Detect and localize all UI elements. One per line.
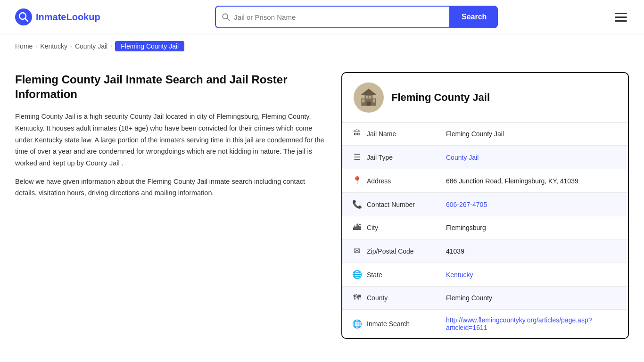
breadcrumb-current: Fleming County Jail: [115, 41, 184, 51]
zip-icon: ✉: [352, 246, 362, 256]
value-cell[interactable]: http://www.flemingcountyky.org/articles/…: [437, 310, 628, 338]
value-link[interactable]: Kentucky: [446, 271, 473, 279]
card-header: Fleming County Jail: [342, 73, 628, 123]
label-text: State: [367, 271, 382, 279]
menu-button[interactable]: [613, 11, 629, 24]
table-row: 🌐Inmate Searchhttp://www.flemingcountyky…: [342, 310, 628, 338]
value-cell: Fleming County: [437, 287, 628, 310]
site-logo[interactable]: InmateLookup: [15, 8, 100, 25]
table-row: 📍Address686 Junction Road, Flemingsburg,…: [342, 169, 628, 193]
value-link[interactable]: 606-267-4705: [446, 201, 487, 208]
breadcrumb-kentucky[interactable]: Kentucky: [40, 42, 67, 50]
table-row: ☰Jail TypeCounty Jail: [342, 146, 628, 169]
card-title: Fleming County Jail: [391, 91, 490, 104]
value-cell: Fleming County Jail: [437, 123, 628, 146]
description-paragraph-1: Fleming County Jail is a high security C…: [15, 111, 326, 169]
svg-point-2: [223, 14, 228, 19]
value-cell[interactable]: County Jail: [437, 146, 628, 169]
svg-rect-10: [373, 99, 375, 102]
table-row: ✉Zip/Postal Code41039: [342, 239, 628, 263]
chevron-icon: ›: [110, 43, 112, 49]
value-cell: 41039: [437, 239, 628, 263]
value-cell: Flemingsburg: [437, 216, 628, 239]
page-heading: Fleming County Jail Inmate Search and Ja…: [15, 72, 326, 101]
value-cell[interactable]: Kentucky: [437, 263, 628, 287]
label-text: Jail Name: [367, 130, 396, 138]
info-table: 🏛Jail NameFleming County Jail☰Jail TypeC…: [342, 123, 628, 338]
logo-icon: [15, 8, 32, 25]
county-icon: 🗺: [352, 293, 362, 303]
label-text: Address: [367, 177, 391, 185]
chevron-icon: ›: [35, 43, 37, 49]
table-row: 📞Contact Number606-267-4705: [342, 193, 628, 216]
logo-text: InmateLookup: [36, 12, 100, 23]
phone-icon: 📞: [352, 199, 362, 209]
value-link[interactable]: County Jail: [446, 154, 479, 161]
label-text: Zip/Postal Code: [367, 247, 414, 255]
svg-rect-9: [362, 99, 364, 102]
label-text: Inmate Search: [367, 320, 410, 328]
search-button[interactable]: Search: [450, 6, 498, 28]
breadcrumb-county-jail[interactable]: County Jail: [75, 42, 107, 50]
chevron-icon: ›: [70, 43, 72, 49]
city-icon: 🏙: [352, 223, 362, 232]
jail-icon: 🏛: [352, 129, 362, 139]
table-row: 🗺CountyFleming County: [342, 287, 628, 310]
breadcrumb-home[interactable]: Home: [15, 42, 33, 50]
description-paragraph-2: Below we have given information about th…: [15, 176, 326, 199]
svg-line-3: [227, 18, 229, 20]
search-icon: [222, 13, 230, 21]
jail-avatar: [354, 82, 384, 113]
table-row: 🌐StateKentucky: [342, 263, 628, 287]
state-icon: 🌐: [352, 270, 362, 280]
info-card: Fleming County Jail 🏛Jail NameFleming Co…: [341, 72, 629, 339]
svg-rect-12: [369, 96, 371, 99]
inmate-search-icon: 🌐: [352, 319, 362, 329]
svg-rect-8: [367, 102, 371, 106]
label-text: Jail Type: [367, 154, 393, 161]
table-row: 🏛Jail NameFleming County Jail: [342, 123, 628, 146]
address-icon: 📍: [352, 176, 362, 186]
svg-rect-11: [366, 96, 368, 99]
search-bar: Search: [215, 6, 498, 28]
label-text: City: [367, 224, 378, 231]
value-cell: 686 Junction Road, Flemingsburg, KY, 410…: [437, 169, 628, 193]
value-link[interactable]: http://www.flemingcountyky.org/articles/…: [446, 316, 592, 331]
type-icon: ☰: [352, 152, 362, 162]
search-input[interactable]: [234, 13, 444, 21]
svg-line-1: [25, 19, 28, 22]
breadcrumb: Home › Kentucky › County Jail › Fleming …: [0, 34, 644, 58]
value-cell[interactable]: 606-267-4705: [437, 193, 628, 216]
svg-rect-13: [368, 90, 369, 96]
table-row: 🏙CityFlemingsburg: [342, 216, 628, 239]
left-panel: Fleming County Jail Inmate Search and Ja…: [15, 72, 326, 206]
label-text: County: [367, 294, 388, 302]
label-text: Contact Number: [367, 201, 415, 208]
